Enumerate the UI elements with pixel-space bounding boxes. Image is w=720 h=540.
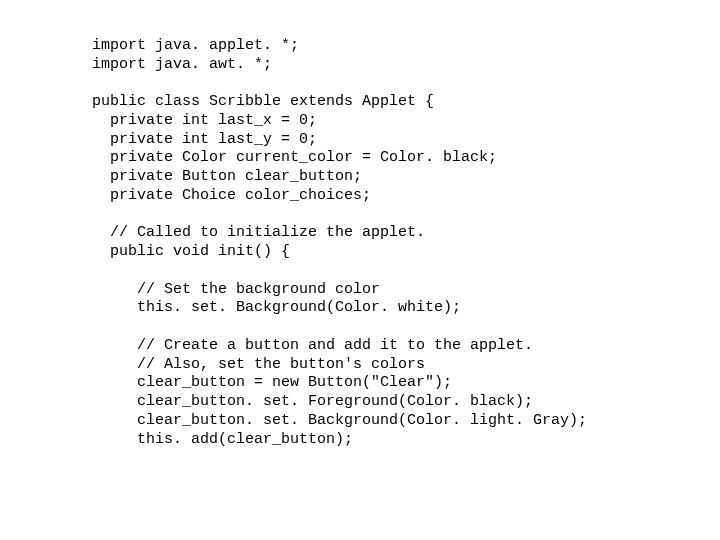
code-line: // Also, set the button's colors — [92, 356, 425, 373]
code-line: import java. awt. *; — [92, 56, 272, 73]
code-line: // Create a button and add it to the app… — [92, 337, 533, 354]
code-line: private Color current_color = Color. bla… — [92, 149, 497, 166]
code-line: // Set the background color — [92, 281, 380, 298]
code-line: clear_button. set. Background(Color. lig… — [92, 412, 587, 429]
code-line: this. set. Background(Color. white); — [92, 299, 461, 316]
code-line: public void init() { — [92, 243, 290, 260]
code-line: clear_button = new Button("Clear"); — [92, 374, 452, 391]
code-line: // Called to initialize the applet. — [92, 224, 425, 241]
code-line: private Button clear_button; — [92, 168, 362, 185]
code-line: clear_button. set. Foreground(Color. bla… — [92, 393, 533, 410]
code-line: private Choice color_choices; — [92, 187, 371, 204]
code-line: public class Scribble extends Applet { — [92, 93, 434, 110]
code-line: private int last_x = 0; — [92, 112, 317, 129]
code-block: import java. applet. *; import java. awt… — [0, 0, 720, 449]
code-line: import java. applet. *; — [92, 37, 299, 54]
code-line: private int last_y = 0; — [92, 131, 317, 148]
code-line: this. add(clear_button); — [92, 431, 353, 448]
